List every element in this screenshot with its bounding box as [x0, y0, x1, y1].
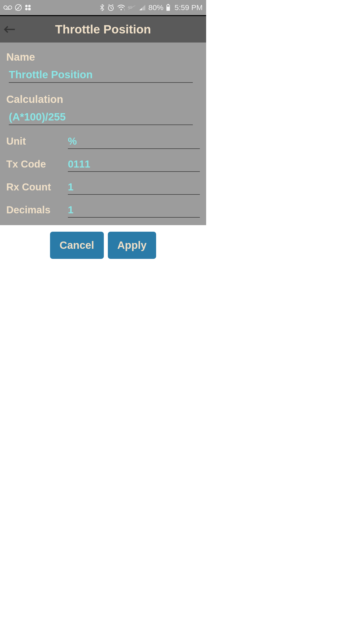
calculation-label: Calculation — [6, 93, 200, 105]
svg-text:!: ! — [124, 9, 125, 11]
svg-point-0 — [4, 6, 7, 9]
network-4g-icon: 4G — [128, 5, 136, 11]
bluetooth-icon — [100, 4, 105, 11]
apply-button[interactable]: Apply — [108, 232, 156, 259]
voicemail-icon — [4, 5, 12, 10]
svg-rect-9 — [28, 8, 31, 10]
cell-signal-icon — [139, 4, 146, 11]
svg-point-7 — [28, 5, 31, 7]
battery-icon — [166, 4, 170, 11]
svg-point-8 — [25, 8, 28, 10]
clock-time: 5:59 PM — [174, 3, 203, 12]
title-bar: Throttle Position — [0, 16, 206, 43]
calculation-input[interactable] — [9, 110, 193, 125]
svg-point-1 — [8, 6, 12, 9]
form-area: Name Calculation Unit Tx Code Rx Count D… — [0, 43, 206, 225]
rx-count-input[interactable] — [68, 180, 200, 195]
svg-point-15 — [120, 9, 122, 10]
battery-percent: 80% — [148, 3, 163, 12]
unit-input[interactable] — [68, 135, 200, 149]
wifi-icon: ! — [117, 4, 125, 11]
svg-rect-20 — [167, 4, 169, 5]
page-title: Throttle Position — [55, 22, 151, 36]
app-indicator-icon — [25, 4, 31, 11]
svg-line-13 — [108, 5, 110, 5]
svg-point-6 — [25, 5, 28, 7]
name-label: Name — [6, 51, 200, 63]
svg-line-14 — [112, 5, 113, 5]
decimals-label: Decimals — [6, 204, 68, 216]
unit-label: Unit — [6, 136, 68, 147]
tx-code-input[interactable] — [68, 157, 200, 172]
back-arrow-icon[interactable] — [4, 25, 16, 33]
svg-rect-21 — [167, 5, 169, 7]
rx-count-label: Rx Count — [6, 181, 68, 193]
decimals-input[interactable] — [68, 203, 200, 218]
status-bar: A ! 4G 80% 5:59 PM — [0, 0, 206, 15]
name-input[interactable] — [9, 68, 193, 83]
alarm-icon — [107, 4, 115, 11]
cancel-button[interactable]: Cancel — [50, 232, 104, 259]
svg-line-12 — [111, 8, 112, 9]
tx-code-label: Tx Code — [6, 158, 68, 170]
button-area: Cancel Apply — [0, 225, 206, 259]
auto-rotate-off-icon: A — [15, 4, 22, 11]
